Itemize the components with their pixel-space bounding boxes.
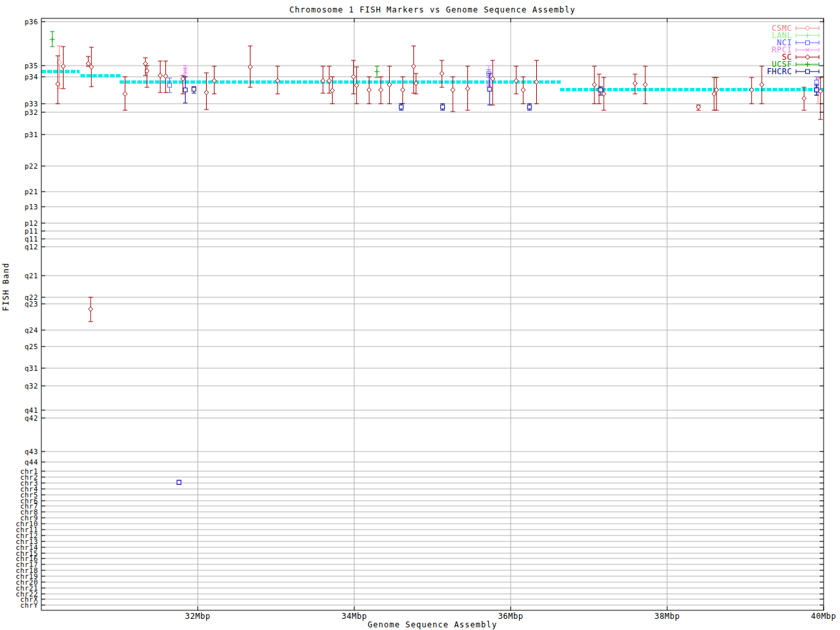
error-bar	[89, 297, 93, 322]
svg-text:q32: q32	[25, 382, 38, 390]
svg-text:q11: q11	[25, 235, 38, 243]
svg-text:q42: q42	[25, 414, 38, 422]
error-bar	[354, 67, 359, 104]
svg-text:p34: p34	[25, 73, 38, 81]
error-bar	[411, 46, 416, 93]
svg-text:q23: q23	[25, 300, 38, 308]
axes: p36p35p34p33p32p31p22p21p13p12p11q11q12q…	[16, 18, 836, 621]
error-bar	[387, 66, 392, 104]
error-bar	[50, 32, 55, 47]
svg-text:p33: p33	[25, 100, 38, 108]
error-bar	[592, 66, 597, 104]
error-bar	[61, 47, 66, 89]
svg-text:p31: p31	[25, 131, 38, 138]
error-bar	[167, 78, 172, 93]
error-bar	[177, 480, 181, 484]
svg-text:32Mbp: 32Mbp	[185, 612, 211, 621]
series-ucsf	[50, 32, 380, 77]
svg-text:40Mbp: 40Mbp	[811, 612, 837, 621]
error-bar	[534, 60, 539, 104]
svg-text:q31: q31	[25, 364, 38, 372]
legend-item-fhcrc: FHCRC	[766, 67, 819, 76]
error-bar	[89, 47, 94, 87]
error-bar	[321, 66, 326, 93]
legend: CSMCLANLNCIRPCISCUCSFFHCRC	[766, 24, 819, 76]
error-bar	[204, 73, 209, 110]
svg-text:p36: p36	[25, 18, 38, 26]
error-bar	[327, 66, 331, 93]
error-bar	[192, 87, 196, 93]
svg-text:q12: q12	[25, 243, 38, 251]
error-bar	[86, 56, 91, 66]
svg-text:q24: q24	[25, 326, 38, 334]
error-bar	[440, 104, 445, 110]
svg-text:p35: p35	[25, 62, 38, 70]
grid	[41, 18, 824, 610]
svg-text:38Mbp: 38Mbp	[654, 612, 680, 621]
svg-text:p22: p22	[25, 162, 38, 170]
fish-marker-chart: Chromosome 1 FISH Markers vs Genome Sequ…	[0, 0, 840, 630]
error-bar	[643, 66, 648, 104]
svg-text:chrY: chrY	[20, 601, 38, 609]
svg-text:FHCRC: FHCRC	[766, 67, 792, 76]
svg-text:36Mbp: 36Mbp	[498, 612, 524, 621]
svg-text:q25: q25	[25, 343, 38, 350]
svg-text:p11: p11	[25, 227, 38, 235]
svg-text:q44: q44	[25, 458, 38, 466]
svg-text:q41: q41	[25, 406, 38, 414]
svg-text:q43: q43	[25, 448, 38, 455]
svg-text:p21: p21	[25, 188, 38, 196]
error-bar	[275, 66, 280, 94]
error-bar	[212, 66, 217, 94]
error-bar	[514, 66, 518, 94]
assembly-track	[41, 72, 824, 90]
error-bar	[399, 104, 404, 110]
error-bar	[749, 77, 754, 104]
svg-text:p32: p32	[25, 108, 38, 116]
error-bar	[818, 77, 823, 119]
svg-text:q21: q21	[25, 272, 38, 280]
plot-area: p36p35p34p33p32p31p22p21p13p12p11q11q12q…	[0, 0, 840, 630]
series-csmc	[57, 46, 820, 104]
legend-item-rpci: RPCI	[772, 45, 819, 54]
error-bar	[602, 77, 606, 110]
error-bar	[374, 66, 379, 77]
series-fhcrc	[177, 74, 818, 484]
svg-text:34Mbp: 34Mbp	[341, 612, 367, 621]
error-bar	[696, 104, 701, 110]
error-bar	[759, 66, 764, 104]
error-bar	[527, 104, 532, 110]
error-bar	[712, 77, 717, 110]
svg-text:p13: p13	[25, 203, 38, 211]
svg-text:p12: p12	[25, 219, 38, 227]
